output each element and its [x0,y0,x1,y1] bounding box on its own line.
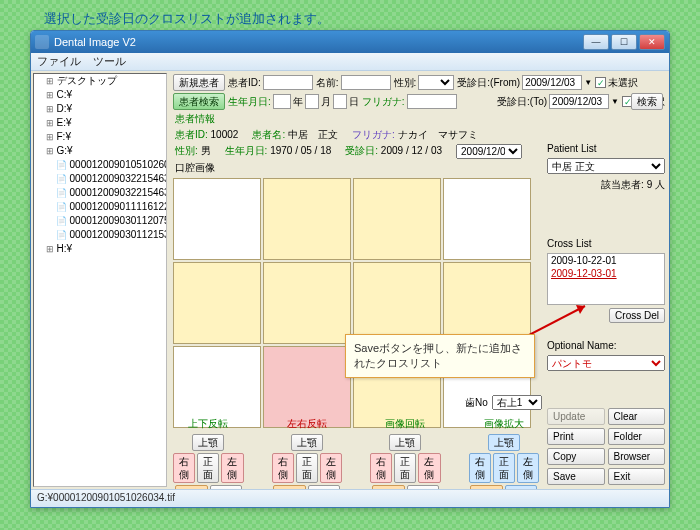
patient-id-value: 10002 [211,129,239,140]
status-bar: G:¥00001200901051026034.tif [31,489,669,507]
minimize-button[interactable]: — [583,34,609,50]
tree-drive[interactable]: G:¥ [44,144,166,158]
tooth-no-label: 歯No [465,396,488,410]
window-title: Dental Image V2 [54,36,136,48]
visit-to-input[interactable] [549,94,609,109]
print-button[interactable]: Print [547,428,605,445]
grid-cell[interactable] [443,178,531,260]
grid-cell[interactable] [263,178,351,260]
folder-tree[interactable]: デスクトップ C:¥ D:¥ E:¥ F:¥ G:¥ 0000120090105… [33,73,167,487]
patient-furigana-value: ナカイ マサフミ [398,129,478,140]
grid-cell[interactable] [263,262,351,344]
op-front[interactable]: 正面 [197,453,219,483]
cross-list-item[interactable]: 2009-12-03-01 [548,267,664,280]
tree-drive[interactable]: E:¥ [44,116,166,130]
menubar: ファイル ツール [31,53,669,71]
grid-cell[interactable] [353,178,441,260]
tree-root[interactable]: デスクトップ [44,74,166,88]
visit-from-label: 受診日:(From) [457,76,520,90]
grid-cell[interactable] [173,178,261,260]
furigana-input[interactable] [407,94,457,109]
patient-id-label: 患者ID: [228,76,261,90]
main-panel: 新規患者 患者ID: 名前: 性別: 受診日:(From)▼ ✓未選択 患者検索… [169,71,669,489]
op-left[interactable]: 左側 [517,453,539,483]
cross-list-item[interactable]: 2009-10-22-01 [548,254,664,267]
menu-tool[interactable]: ツール [93,54,126,69]
patient-info-label: 患者情報 [171,111,667,127]
clear-button[interactable]: Clear [608,408,666,425]
app-window: Dental Image V2 — ☐ ✕ ファイル ツール デスクトップ C:… [30,30,670,508]
patient-visit-value: 2009 / 12 / 03 [381,145,442,156]
op-front[interactable]: 正面 [493,453,515,483]
cross-del-button[interactable]: Cross Del [609,308,665,323]
maximize-button[interactable]: ☐ [611,34,637,50]
op-right[interactable]: 右側 [272,453,294,483]
op-upper[interactable]: 上顎 [389,434,421,451]
app-icon [35,35,49,49]
op-left[interactable]: 左側 [320,453,342,483]
patient-list-label: Patient List [547,143,665,154]
new-patient-button[interactable]: 新規患者 [173,74,225,91]
op-front[interactable]: 正面 [394,453,416,483]
grid-cell[interactable] [353,262,441,344]
tree-drive[interactable]: D:¥ [44,102,166,116]
instruction-text: 選択した受診日のクロスリストが追加されます。 [0,0,700,34]
copy-button[interactable]: Copy [547,448,605,465]
assigned-count: 9 [647,179,653,190]
close-button[interactable]: ✕ [639,34,665,50]
tree-file[interactable]: 000012009030112075810.JPG [54,214,166,228]
op-left[interactable]: 左側 [221,453,243,483]
patient-id-input[interactable] [263,75,313,90]
op-upper[interactable]: 上顎 [291,434,323,451]
tree-file[interactable]: 00001200901051026034.tif [54,158,166,172]
visit-date-select[interactable]: 2009/12/03 [456,144,522,159]
birth-d[interactable] [333,94,347,109]
birth-m[interactable] [305,94,319,109]
op-upper[interactable]: 上顎 [488,434,520,451]
tree-drive[interactable]: H:¥ [44,242,166,256]
visit-to-label: 受診日:(To) [497,95,547,109]
grid-cell[interactable] [173,346,261,428]
from-unselected-checkbox[interactable]: ✓未選択 [595,76,638,90]
furigana-search-label: フリガナ: [362,95,405,109]
exit-button[interactable]: Exit [608,468,666,485]
optional-name-label: Optional Name: [547,340,665,351]
name-input[interactable] [341,75,391,90]
search-button[interactable]: 検索 [631,93,663,110]
op-front[interactable]: 正面 [296,453,318,483]
tree-file[interactable]: 000012009032215463910.JPG [54,172,166,186]
tree-drive[interactable]: F:¥ [44,130,166,144]
tree-file[interactable]: 000012009030112153769L.JPG [54,228,166,242]
optional-name-select[interactable]: パントモ [547,355,665,371]
op-upper[interactable]: 上顎 [192,434,224,451]
menu-file[interactable]: ファイル [37,54,81,69]
birth-y[interactable] [273,94,291,109]
grid-cell[interactable] [443,262,531,344]
cross-list-label: Cross List [547,238,665,249]
search-patient-button[interactable]: 患者検索 [173,93,225,110]
patient-sex-value: 男 [201,145,211,156]
tree-file[interactable]: 000012009032215463910.JPG [54,186,166,200]
titlebar: Dental Image V2 — ☐ ✕ [31,31,669,53]
sex-label: 性別: [394,76,417,90]
sex-select[interactable] [418,75,454,90]
update-button: Update [547,408,605,425]
folder-button[interactable]: Folder [608,428,666,445]
birth-search-label: 生年月日: [228,95,271,109]
callout-box: Saveボタンを押し、新たに追加されたクロスリスト [345,334,535,378]
cross-list[interactable]: 2009-10-22-01 2009-12-03-01 [547,253,665,305]
patient-birth-value: 1970 / 05 / 18 [270,145,331,156]
browser-button[interactable]: Browser [608,448,666,465]
tree-drive[interactable]: C:¥ [44,88,166,102]
save-button[interactable]: Save [547,468,605,485]
tooth-no-select[interactable]: 右上1 [492,395,542,410]
op-right[interactable]: 右側 [173,453,195,483]
op-right[interactable]: 右側 [469,453,491,483]
tree-file[interactable]: 000012009011116122U.JPG [54,200,166,214]
visit-from-input[interactable] [522,75,582,90]
patient-list-select[interactable]: 中居 正文 [547,158,665,174]
grid-cell[interactable] [173,262,261,344]
op-right[interactable]: 右側 [370,453,392,483]
op-left[interactable]: 左側 [418,453,440,483]
grid-cell[interactable] [263,346,351,428]
